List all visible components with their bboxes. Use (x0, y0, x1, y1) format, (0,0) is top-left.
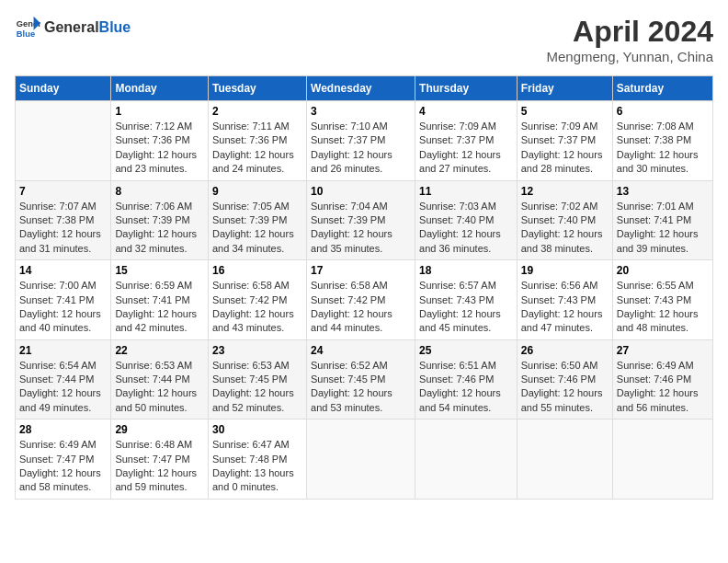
calendar-cell: 6 Sunrise: 7:08 AM Sunset: 7:38 PM Dayli… (612, 101, 712, 181)
cell-content: Sunrise: 7:10 AM Sunset: 7:37 PM Dayligh… (311, 120, 411, 177)
sunrise-text: Sunrise: 6:47 AM (212, 438, 302, 452)
calendar-cell: 30 Sunrise: 6:47 AM Sunset: 7:48 PM Dayl… (208, 419, 306, 500)
cell-content: Sunrise: 6:58 AM Sunset: 7:42 PM Dayligh… (212, 279, 302, 336)
week-row-3: 14 Sunrise: 7:00 AM Sunset: 7:41 PM Dayl… (16, 260, 713, 340)
calendar-cell: 24 Sunrise: 6:52 AM Sunset: 7:45 PM Dayl… (307, 339, 415, 419)
cell-content: Sunrise: 6:58 AM Sunset: 7:42 PM Dayligh… (311, 279, 411, 336)
cell-content: Sunrise: 6:54 AM Sunset: 7:44 PM Dayligh… (19, 359, 107, 416)
cell-content: Sunrise: 7:05 AM Sunset: 7:39 PM Dayligh… (212, 200, 302, 257)
calendar-cell: 23 Sunrise: 6:53 AM Sunset: 7:45 PM Dayl… (208, 339, 306, 419)
day-number: 13 (617, 185, 709, 198)
header-sunday: Sunday (16, 76, 111, 101)
day-number: 9 (212, 185, 302, 198)
daylight-text: Daylight: 12 hours and 43 minutes. (212, 307, 302, 336)
sunrise-text: Sunrise: 6:49 AM (617, 359, 709, 373)
calendar-cell: 10 Sunrise: 7:04 AM Sunset: 7:39 PM Dayl… (307, 180, 415, 260)
logo: General Blue General Blue (15, 15, 131, 40)
sunrise-text: Sunrise: 7:01 AM (617, 200, 709, 213)
day-number: 26 (521, 344, 609, 357)
daylight-text: Daylight: 12 hours and 49 minutes. (19, 386, 107, 415)
calendar-cell (612, 419, 712, 500)
main-title: April 2024 (546, 15, 713, 49)
calendar-cell (517, 419, 612, 500)
sunset-text: Sunset: 7:37 PM (311, 133, 411, 147)
sunrise-text: Sunrise: 7:07 AM (19, 200, 107, 213)
daylight-text: Daylight: 12 hours and 47 minutes. (521, 307, 609, 336)
logo-general-text: General (44, 19, 99, 36)
sunset-text: Sunset: 7:43 PM (617, 293, 709, 307)
calendar-cell: 7 Sunrise: 7:07 AM Sunset: 7:38 PM Dayli… (16, 180, 111, 260)
svg-text:Blue: Blue (17, 29, 35, 39)
day-number: 18 (419, 264, 513, 277)
daylight-text: Daylight: 12 hours and 34 minutes. (212, 227, 302, 256)
calendar-cell: 20 Sunrise: 6:55 AM Sunset: 7:43 PM Dayl… (612, 260, 712, 340)
sunset-text: Sunset: 7:42 PM (311, 293, 411, 307)
daylight-text: Daylight: 12 hours and 53 minutes. (311, 386, 411, 415)
sunset-text: Sunset: 7:41 PM (115, 293, 204, 307)
calendar-cell: 16 Sunrise: 6:58 AM Sunset: 7:42 PM Dayl… (208, 260, 306, 340)
sunset-text: Sunset: 7:46 PM (617, 373, 709, 386)
sunset-text: Sunset: 7:47 PM (115, 453, 204, 466)
sunset-text: Sunset: 7:39 PM (115, 213, 204, 227)
cell-content: Sunrise: 6:55 AM Sunset: 7:43 PM Dayligh… (617, 279, 709, 336)
sunrise-text: Sunrise: 7:02 AM (521, 200, 609, 213)
logo-icon: General Blue (15, 15, 40, 40)
calendar-cell: 27 Sunrise: 6:49 AM Sunset: 7:46 PM Dayl… (612, 339, 712, 419)
sunrise-text: Sunrise: 7:09 AM (521, 120, 609, 133)
cell-content: Sunrise: 7:12 AM Sunset: 7:36 PM Dayligh… (115, 120, 204, 177)
day-number: 2 (212, 105, 302, 118)
daylight-text: Daylight: 12 hours and 24 minutes. (212, 148, 302, 177)
calendar-cell: 25 Sunrise: 6:51 AM Sunset: 7:46 PM Dayl… (415, 339, 518, 419)
cell-content: Sunrise: 6:53 AM Sunset: 7:44 PM Dayligh… (115, 359, 204, 416)
daylight-text: Daylight: 12 hours and 50 minutes. (115, 386, 204, 415)
cell-content: Sunrise: 7:01 AM Sunset: 7:41 PM Dayligh… (617, 200, 709, 257)
sunrise-text: Sunrise: 6:58 AM (212, 279, 302, 293)
calendar-cell: 17 Sunrise: 6:58 AM Sunset: 7:42 PM Dayl… (307, 260, 415, 340)
day-number: 28 (19, 423, 107, 436)
sunset-text: Sunset: 7:40 PM (521, 213, 609, 227)
sunset-text: Sunset: 7:38 PM (19, 213, 107, 227)
cell-content: Sunrise: 7:04 AM Sunset: 7:39 PM Dayligh… (311, 200, 411, 257)
sunrise-text: Sunrise: 6:49 AM (19, 438, 107, 452)
day-number: 7 (19, 185, 107, 198)
calendar-cell: 11 Sunrise: 7:03 AM Sunset: 7:40 PM Dayl… (415, 180, 518, 260)
sunset-text: Sunset: 7:44 PM (19, 373, 107, 386)
daylight-text: Daylight: 12 hours and 39 minutes. (617, 227, 709, 256)
day-number: 17 (311, 264, 411, 277)
cell-content: Sunrise: 6:51 AM Sunset: 7:46 PM Dayligh… (419, 359, 513, 416)
day-number: 24 (311, 344, 411, 357)
sunrise-text: Sunrise: 6:55 AM (617, 279, 709, 293)
day-number: 4 (419, 105, 513, 118)
sunset-text: Sunset: 7:47 PM (19, 453, 107, 466)
sunrise-text: Sunrise: 6:48 AM (115, 438, 204, 452)
day-number: 25 (419, 344, 513, 357)
sunrise-text: Sunrise: 7:08 AM (617, 120, 709, 133)
sunset-text: Sunset: 7:39 PM (311, 213, 411, 227)
sunset-text: Sunset: 7:36 PM (115, 133, 204, 147)
header-saturday: Saturday (612, 76, 712, 101)
logo-blue-text: Blue (99, 19, 131, 36)
cell-content: Sunrise: 6:53 AM Sunset: 7:45 PM Dayligh… (212, 359, 302, 416)
sunset-text: Sunset: 7:46 PM (521, 373, 609, 386)
header-monday: Monday (111, 76, 209, 101)
sunrise-text: Sunrise: 7:10 AM (311, 120, 411, 133)
day-number: 1 (115, 105, 204, 118)
daylight-text: Daylight: 12 hours and 30 minutes. (617, 148, 709, 177)
calendar-cell: 15 Sunrise: 6:59 AM Sunset: 7:41 PM Dayl… (111, 260, 209, 340)
cell-content: Sunrise: 7:03 AM Sunset: 7:40 PM Dayligh… (419, 200, 513, 257)
sunset-text: Sunset: 7:39 PM (212, 213, 302, 227)
calendar-cell (415, 419, 518, 500)
daylight-text: Daylight: 12 hours and 35 minutes. (311, 227, 411, 256)
daylight-text: Daylight: 12 hours and 44 minutes. (311, 307, 411, 336)
header-tuesday: Tuesday (208, 76, 306, 101)
cell-content: Sunrise: 7:09 AM Sunset: 7:37 PM Dayligh… (521, 120, 609, 177)
day-number: 23 (212, 344, 302, 357)
cell-content: Sunrise: 7:11 AM Sunset: 7:36 PM Dayligh… (212, 120, 302, 177)
sunrise-text: Sunrise: 7:00 AM (19, 279, 107, 293)
sunrise-text: Sunrise: 6:50 AM (521, 359, 609, 373)
sunset-text: Sunset: 7:37 PM (521, 133, 609, 147)
sunrise-text: Sunrise: 7:04 AM (311, 200, 411, 213)
day-number: 21 (19, 344, 107, 357)
sunrise-text: Sunrise: 6:53 AM (212, 359, 302, 373)
calendar-cell: 28 Sunrise: 6:49 AM Sunset: 7:47 PM Dayl… (16, 419, 111, 500)
